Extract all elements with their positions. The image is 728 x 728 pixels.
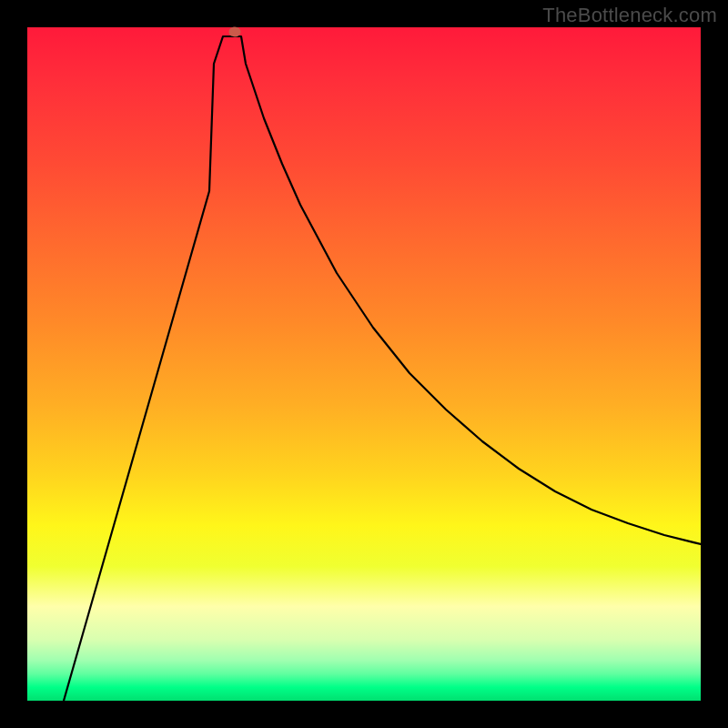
bottleneck-curve bbox=[27, 27, 701, 701]
optimum-dot bbox=[229, 27, 241, 37]
watermark-text: TheBottleneck.com bbox=[542, 4, 717, 27]
chart-plot-area bbox=[27, 27, 701, 701]
